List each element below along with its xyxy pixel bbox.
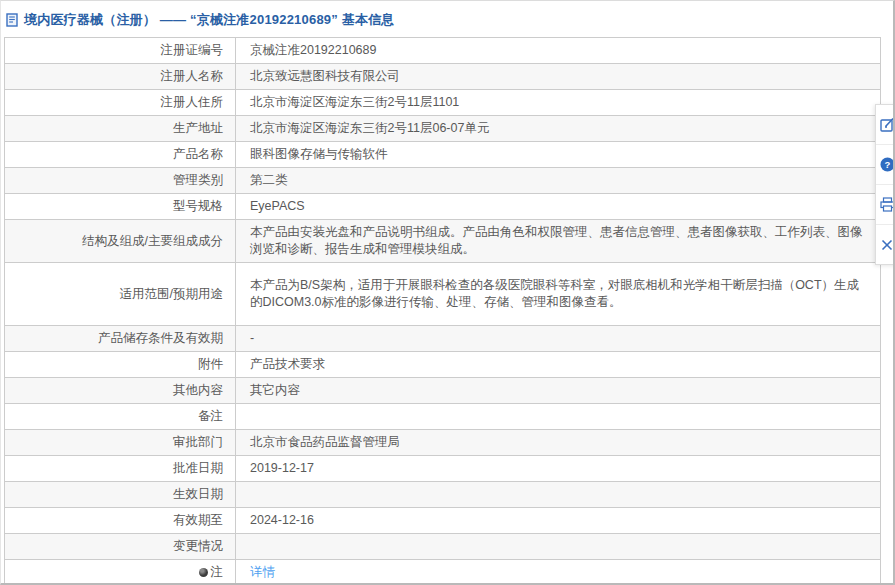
edit-icon [880, 117, 895, 132]
table-row: 注详情 [5, 560, 881, 585]
table-row: 管理类别第二类 [5, 168, 881, 194]
table-row: 变更情况 [5, 534, 881, 560]
row-value [236, 482, 881, 508]
row-label: 结构及组成/主要组成成分 [5, 220, 236, 263]
row-value: 2019-12-17 [236, 456, 881, 482]
row-value: EyePACS [236, 194, 881, 220]
table-row: 型号规格EyePACS [5, 194, 881, 220]
table-row: 产品名称眼科图像存储与传输软件 [5, 142, 881, 168]
row-value [236, 404, 881, 430]
print-icon [880, 197, 895, 212]
row-value: 2024-12-16 [236, 508, 881, 534]
row-label: 生效日期 [5, 482, 236, 508]
table-row: 生产地址北京市海淀区海淀东三街2号11层06-07单元 [5, 116, 881, 142]
note-icon [199, 568, 208, 577]
table-row: 附件产品技术要求 [5, 352, 881, 378]
row-label: 其他内容 [5, 378, 236, 404]
row-label: 审批部门 [5, 430, 236, 456]
row-value: 北京致远慧图科技有限公司 [236, 64, 881, 90]
table-row: 注册人名称北京致远慧图科技有限公司 [5, 64, 881, 90]
row-label: 产品名称 [5, 142, 236, 168]
table-row: 结构及组成/主要组成成分本产品由安装光盘和产品说明书组成。产品由角色和权限管理、… [5, 220, 881, 263]
row-label: 变更情况 [5, 534, 236, 560]
page-header: 境内医疗器械（注册） —— “京械注准20192210689” 基本信息 [1, 1, 893, 31]
svg-text:?: ? [885, 159, 891, 170]
row-label: 生产地址 [5, 116, 236, 142]
row-value: 第二类 [236, 168, 881, 194]
detail-link[interactable]: 详情 [250, 565, 275, 579]
row-value: 本产品为B/S架构，适用于开展眼科检查的各级医院眼科等科室，对眼底相机和光学相干… [236, 263, 881, 326]
row-value: 北京市海淀区海淀东三街2号11层1101 [236, 90, 881, 116]
row-value: 其它内容 [236, 378, 881, 404]
row-label: 注册人名称 [5, 64, 236, 90]
row-label: 适用范围/预期用途 [5, 263, 236, 326]
row-label: 有效期至 [5, 508, 236, 534]
row-label: 注册证编号 [5, 38, 236, 64]
document-icon [6, 13, 19, 27]
table-row: 其他内容其它内容 [5, 378, 881, 404]
table-row: 批准日期2019-12-17 [5, 456, 881, 482]
row-label: 管理类别 [5, 168, 236, 194]
row-label: 批准日期 [5, 456, 236, 482]
row-value: 本产品由安装光盘和产品说明书组成。产品由角色和权限管理、患者信息管理、患者图像获… [236, 220, 881, 263]
row-label: 型号规格 [5, 194, 236, 220]
row-label: 注册人住所 [5, 90, 236, 116]
registration-info-window: 境内医疗器械（注册） —— “京械注准20192210689” 基本信息 注册证… [0, 0, 895, 585]
basic-info-table: 注册证编号京械注准20192210689注册人名称北京致远慧图科技有限公司注册人… [4, 37, 881, 585]
row-label: 产品储存条件及有效期 [5, 326, 236, 352]
close-icon [880, 238, 894, 252]
row-label: 附件 [5, 352, 236, 378]
table-row: 产品储存条件及有效期- [5, 326, 881, 352]
help-button[interactable]: ? [876, 145, 895, 185]
edit-button[interactable] [876, 105, 895, 145]
floating-toolbar: ? [875, 104, 895, 265]
row-value [236, 534, 881, 560]
row-value: 北京市食品药品监督管理局 [236, 430, 881, 456]
row-value: 北京市海淀区海淀东三街2号11层06-07单元 [236, 116, 881, 142]
close-button[interactable] [876, 225, 895, 264]
table-row: 注册证编号京械注准20192210689 [5, 38, 881, 64]
page-title: 境内医疗器械（注册） —— “京械注准20192210689” 基本信息 [24, 11, 395, 29]
row-value: 详情 [236, 560, 881, 585]
table-row: 生效日期 [5, 482, 881, 508]
print-button[interactable] [876, 185, 895, 225]
row-label: 备注 [5, 404, 236, 430]
table-row: 有效期至2024-12-16 [5, 508, 881, 534]
row-value: 京械注准20192210689 [236, 38, 881, 64]
help-icon: ? [880, 157, 895, 172]
table-row: 注册人住所北京市海淀区海淀东三街2号11层1101 [5, 90, 881, 116]
table-row: 适用范围/预期用途本产品为B/S架构，适用于开展眼科检查的各级医院眼科等科室，对… [5, 263, 881, 326]
row-value: 产品技术要求 [236, 352, 881, 378]
row-value: - [236, 326, 881, 352]
row-value: 眼科图像存储与传输软件 [236, 142, 881, 168]
table-row: 审批部门北京市食品药品监督管理局 [5, 430, 881, 456]
row-label: 注 [5, 560, 236, 585]
table-row: 备注 [5, 404, 881, 430]
